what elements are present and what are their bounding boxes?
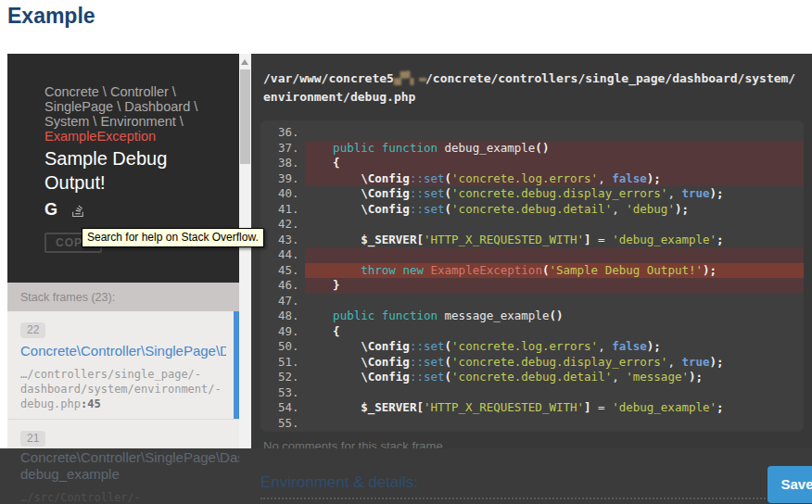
line-number: 41. [260, 202, 298, 218]
line-number: 49. [260, 324, 298, 340]
code-viewer: 36.37. public function debug_example()38… [260, 120, 804, 432]
code-line: 42. [260, 217, 804, 233]
code-line: 53. [260, 385, 804, 401]
save-button[interactable]: Save [768, 466, 812, 503]
code-line: 45. throw new ExampleException('Sample D… [260, 263, 804, 279]
line-number: 54. [260, 400, 298, 416]
line-number: 39. [260, 171, 298, 187]
code-line: 55. [260, 416, 804, 432]
stack-frames-header: Stack frames (23): [7, 283, 239, 311]
exception-class: Concrete \ Controller \ SinglePage \ Das… [44, 84, 197, 144]
code-line: 49. { [260, 324, 804, 340]
dim-overlay: Concrete\Controller\SinglePage\Dash debu… [0, 448, 812, 504]
line-number: 47. [260, 294, 298, 309]
active-frame-indicator [234, 311, 239, 419]
source-file-path: /var/www/concrete5▄▀▚ ▬/concrete/control… [251, 54, 812, 107]
exception-message: Sample Debug Output! [44, 146, 211, 195]
line-number: 40. [260, 186, 298, 202]
redacted-path-segment: ▄▀▚ ▬ [394, 71, 425, 85]
line-number: 45. [260, 263, 298, 279]
exception-class-line: System \ Environment \ [44, 114, 197, 129]
code-line: 39. \Config::set('concrete.log.errors', … [260, 171, 804, 187]
code-line: 51. \Config::set('concrete.debug.display… [260, 355, 804, 371]
frame-number-badge: 21 [20, 431, 45, 447]
frame-number-badge: 22 [20, 322, 45, 338]
line-number: 53. [260, 385, 298, 401]
code-line: 54. $_SERVER['HTTP_X_REQUESTED_WITH'] = … [260, 400, 804, 416]
code-lines: 36.37. public function debug_example()38… [260, 125, 804, 431]
code-line: 37. public function debug_example() [260, 141, 804, 157]
line-number: 37. [260, 141, 298, 157]
line-number: 38. [260, 156, 298, 171]
code-line: 44. [260, 247, 804, 263]
scrollbar-up-arrow-icon[interactable] [241, 59, 248, 65]
stack-overflow-tooltip: Search for help on Stack Overflow. [82, 228, 264, 247]
exception-info: Concrete \ Controller \ SinglePage \ Das… [7, 54, 239, 283]
search-help-icons: G [44, 200, 86, 220]
code-line: 36. [260, 125, 804, 141]
frame-line-number: :45 [81, 397, 101, 410]
line-number: 51. [260, 355, 298, 371]
code-line: 47. [260, 294, 804, 309]
environment-details-heading: Environment & details: [260, 473, 806, 499]
line-number: 44. [260, 247, 298, 263]
line-number: 52. [260, 370, 298, 385]
line-number: 48. [260, 309, 298, 324]
google-search-icon[interactable]: G [44, 200, 57, 220]
code-line: 38. { [260, 156, 804, 171]
code-line: 48. public function message_example() [260, 309, 804, 324]
dimmed-frame-title: Concrete\Controller\SinglePage\Dash debu… [20, 449, 239, 483]
exception-class-name: ExampleException [44, 129, 197, 144]
page-title: Example [7, 4, 95, 29]
line-number: 46. [260, 278, 298, 294]
scrollbar-thumb[interactable] [240, 69, 250, 164]
code-panel: /var/www/concrete5▄▀▚ ▬/concrete/control… [251, 54, 812, 504]
code-line: 43. $_SERVER['HTTP_X_REQUESTED_WITH'] = … [260, 233, 804, 248]
exception-class-line: SinglePage \ Dashboard \ [44, 99, 197, 114]
line-number: 36. [260, 125, 298, 141]
exception-class-line: Concrete \ Controller \ [44, 84, 197, 99]
line-number: 50. [260, 339, 298, 355]
stack-overflow-icon[interactable] [70, 202, 86, 218]
frame-path: …/controllers/single_page/- dashboard/sy… [20, 367, 226, 411]
line-number: 43. [260, 233, 298, 248]
code-line: 41. \Config::set('concrete.debug.detail'… [260, 202, 804, 218]
stack-frame-22[interactable]: 22 Concrete\Controller\SinglePage\Das …/… [7, 311, 239, 420]
exception-sidebar: Concrete \ Controller \ SinglePage \ Das… [7, 54, 239, 504]
code-line: 50. \Config::set('concrete.log.errors', … [260, 339, 804, 355]
whoops-error-frame: Concrete \ Controller \ SinglePage \ Das… [7, 54, 812, 504]
line-number: 42. [260, 217, 298, 233]
line-number: 55. [260, 416, 298, 432]
code-line: 46. } [260, 278, 804, 294]
code-line: 52. \Config::set('concrete.debug.detail'… [260, 370, 804, 385]
sidebar-scrollbar[interactable] [239, 54, 251, 504]
code-line: 40. \Config::set('concrete.debug.display… [260, 186, 804, 202]
dimmed-frame-path: …/src/Controller/- [20, 491, 141, 504]
frame-title[interactable]: Concrete\Controller\SinglePage\Das [20, 343, 226, 359]
